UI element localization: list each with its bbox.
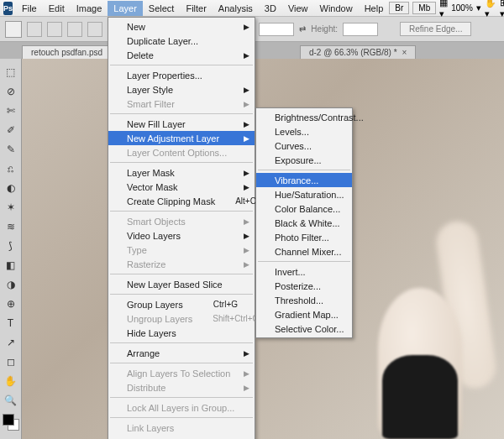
close-icon[interactable]: × xyxy=(402,48,407,57)
adjustment-submenu-item[interactable]: Selective Color... xyxy=(256,321,352,336)
layer-menu-item[interactable]: Group LayersCtrl+G xyxy=(108,297,255,311)
adjustment-submenu-item[interactable]: Curves... xyxy=(256,138,352,153)
menu-item-label: Color Balance... xyxy=(275,204,340,214)
menu-item-label: Arrange xyxy=(127,348,160,358)
adjustment-submenu-item[interactable]: Vibrance... xyxy=(256,173,352,187)
layer-menu-item[interactable]: Hide Layers xyxy=(108,326,255,340)
tool-1[interactable]: ⬚ xyxy=(2,63,20,81)
tool-14[interactable]: T xyxy=(2,314,20,332)
adjustment-submenu-item[interactable]: Gradient Map... xyxy=(256,307,352,321)
zoom-dropdown-icon[interactable]: ▾ xyxy=(476,3,481,13)
foreground-background-colors[interactable] xyxy=(3,414,19,431)
tool-4[interactable]: ✐ xyxy=(2,121,20,139)
layer-menu-item[interactable]: New Layer Based Slice xyxy=(108,277,255,291)
tool-9[interactable]: ≋ xyxy=(2,217,20,236)
menu-item-label: Selective Color... xyxy=(275,324,344,334)
menu-analysis[interactable]: Analysis xyxy=(213,1,259,16)
menu-image[interactable]: Image xyxy=(71,1,108,16)
menu-item-label: Photo Filter... xyxy=(275,233,329,243)
adjustment-submenu-item[interactable]: Exposure... xyxy=(256,153,352,167)
tool-15[interactable]: ↗ xyxy=(2,333,20,352)
hand-icon[interactable]: ✋ ▾ xyxy=(485,0,496,19)
adjustment-submenu-item[interactable]: Invert... xyxy=(256,264,352,279)
adjustment-submenu-item[interactable]: Color Balance... xyxy=(256,201,352,216)
adjustment-submenu-item[interactable]: Hue/Saturation... xyxy=(256,187,352,201)
menu-select[interactable]: Select xyxy=(143,1,181,16)
selection-intersect-icon[interactable] xyxy=(87,22,102,37)
layer-menu-item[interactable]: Layer Style▶ xyxy=(108,82,255,97)
layer-menu-item[interactable]: Arrange▶ xyxy=(108,346,255,360)
swap-icon[interactable]: ⇄ xyxy=(299,24,306,34)
layer-menu-item[interactable]: Duplicate Layer... xyxy=(108,34,255,48)
tool-3[interactable]: ✄ xyxy=(2,102,20,120)
separator xyxy=(110,162,253,163)
layer-menu-item[interactable]: Layer Mask▶ xyxy=(108,165,255,180)
menu-item-label: Levels... xyxy=(275,127,309,137)
adjustment-submenu-item[interactable]: Black & White... xyxy=(256,216,352,230)
br-button[interactable]: Br xyxy=(389,2,409,14)
menu-item-label: Channel Mixer... xyxy=(275,247,341,257)
tool-18[interactable]: 🔍 xyxy=(2,391,20,410)
menu-view[interactable]: View xyxy=(282,1,314,16)
submenu-arrow-icon: ▶ xyxy=(244,369,249,378)
view-icon[interactable]: ⊞ ▾ xyxy=(500,0,504,19)
tool-7[interactable]: ◐ xyxy=(2,179,20,197)
tool-10[interactable]: ⟆ xyxy=(2,237,20,255)
layer-menu-item: Type▶ xyxy=(108,243,255,257)
layer-menu-item[interactable]: New Adjustment Layer▶ xyxy=(108,131,255,145)
layer-menu-item[interactable]: Video Layers▶ xyxy=(108,228,255,243)
menu-help[interactable]: Help xyxy=(359,1,390,16)
layer-menu-item[interactable]: Create Clipping MaskAlt+Ctrl+G xyxy=(108,194,255,208)
menu-file[interactable]: File xyxy=(16,1,43,16)
selection-add-icon[interactable] xyxy=(47,22,62,37)
adjustment-submenu-item[interactable]: Photo Filter... xyxy=(256,230,352,244)
menu-item-label: Group Layers xyxy=(127,300,183,310)
layer-menu-item[interactable]: Vector Mask▶ xyxy=(108,180,255,194)
tool-17[interactable]: ✋ xyxy=(2,372,20,390)
tool-6[interactable]: ⎌ xyxy=(2,159,20,178)
tool-16[interactable]: ◻ xyxy=(2,353,20,371)
tool-13[interactable]: ⊕ xyxy=(2,295,20,313)
menu-window[interactable]: Window xyxy=(314,1,359,16)
tool-2[interactable]: ⊘ xyxy=(2,82,20,101)
tool-5[interactable]: ✎ xyxy=(2,140,20,159)
layer-menu-item[interactable]: Layer Properties... xyxy=(108,68,255,82)
tool-12[interactable]: ◑ xyxy=(2,275,20,294)
height-field[interactable] xyxy=(343,23,378,36)
tool-11[interactable]: ◧ xyxy=(2,256,20,274)
submenu-arrow-icon: ▶ xyxy=(244,349,249,358)
menu-filter[interactable]: Filter xyxy=(180,1,212,16)
adjustment-submenu-item[interactable]: Brightness/Contrast... xyxy=(256,110,352,124)
layer-menu-item[interactable]: New Fill Layer▶ xyxy=(108,117,255,131)
adjustment-submenu-item[interactable]: Posterize... xyxy=(256,279,352,293)
menu-layer[interactable]: Layer xyxy=(108,1,143,16)
menu-item-label: Duplicate Layer... xyxy=(127,36,198,46)
tool-8[interactable]: ✶ xyxy=(2,198,20,217)
adjustment-submenu-item[interactable]: Threshold... xyxy=(256,293,352,307)
adjustment-submenu-item[interactable]: Channel Mixer... xyxy=(256,244,352,259)
height-label: Height: xyxy=(311,24,338,34)
separator xyxy=(110,342,253,343)
width-field[interactable] xyxy=(259,23,294,36)
mb-button[interactable]: Mb xyxy=(412,2,436,14)
menu-edit[interactable]: Edit xyxy=(43,1,71,16)
menu-item-label: Threshold... xyxy=(275,295,323,306)
submenu-arrow-icon: ▶ xyxy=(244,384,249,392)
tool-preset-icon[interactable] xyxy=(5,21,22,38)
refine-edge-button[interactable]: Refine Edge... xyxy=(400,22,471,36)
grid-icon[interactable]: ▦ ▾ xyxy=(439,0,448,19)
selection-subtract-icon[interactable] xyxy=(67,22,82,37)
zoom-level[interactable]: 100% xyxy=(451,3,473,13)
submenu-arrow-icon: ▶ xyxy=(244,134,249,143)
layer-menu-item: Layer Content Options... xyxy=(108,145,255,159)
adjustment-submenu-item[interactable]: Levels... xyxy=(256,124,352,138)
menu-3d[interactable]: 3D xyxy=(259,1,282,16)
menu-item-label: Type xyxy=(127,245,147,255)
tab-document-2[interactable]: d-2 @ 66.3% (RGB/8) * × xyxy=(300,45,416,59)
toolbox: ↖⬚⊘✄✐✎⎌◐✶≋⟆◧◑⊕T↗◻✋🔍 xyxy=(0,42,22,439)
separator xyxy=(258,170,350,170)
layer-menu-item[interactable]: Delete▶ xyxy=(108,48,255,62)
layer-menu-item[interactable]: New▶ xyxy=(108,19,255,34)
new-adjustment-layer-submenu: Brightness/Contrast...Levels...Curves...… xyxy=(255,107,353,338)
selection-new-icon[interactable] xyxy=(27,22,42,37)
